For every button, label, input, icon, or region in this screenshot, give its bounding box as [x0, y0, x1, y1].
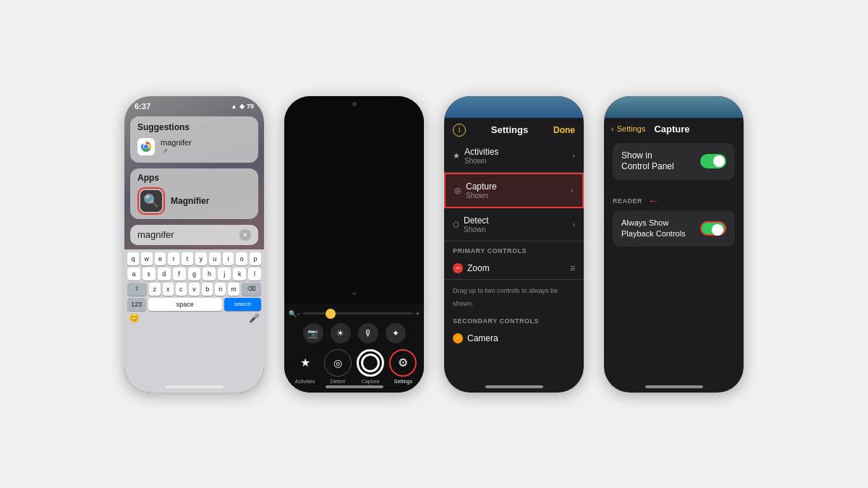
kb-shift[interactable]: ⇧ [127, 283, 147, 296]
controls-row: 📷 ☀ 🎙 ✦ [289, 323, 420, 343]
capture-subtitle: Shown [466, 192, 497, 200]
kb-y[interactable]: y [195, 252, 207, 265]
kb-bottom-row: 😊 🎤 [127, 313, 261, 328]
settings-tab-icon: ⚙ [389, 349, 417, 377]
detect-row[interactable]: ⬡ Detect Shown › [444, 208, 584, 241]
primary-controls-header: PRIMARY CONTROLS [444, 241, 584, 257]
search-input-display[interactable]: magnifer ✕ [130, 225, 258, 245]
tab-settings[interactable]: ⚙ Settings [389, 349, 417, 384]
kb-i[interactable]: i [223, 252, 234, 265]
capture-row[interactable]: ◎ Capture Shown › [444, 173, 584, 208]
kb-f[interactable]: f [173, 267, 186, 281]
camera-preview-top [444, 96, 584, 118]
kb-space[interactable]: space [148, 298, 222, 311]
kb-search[interactable]: search [224, 298, 261, 311]
drag-hint: Drag up to two controls to always be sho… [444, 280, 584, 312]
phone3-frame: i Settings Done ★ Activities Shown › [444, 96, 584, 393]
tab-detect[interactable]: ◎ Detect [324, 349, 352, 384]
zoom-label: Zoom [467, 263, 490, 273]
kb-q[interactable]: q [127, 252, 139, 265]
capture-tab-label: Capture [362, 379, 380, 384]
kb-row-1: q w e r t y u i o p [127, 252, 261, 265]
show-in-cp-toggle[interactable] [700, 154, 726, 168]
kb-c[interactable]: c [176, 283, 187, 296]
primary-zoom-row: − Zoom ≡ [444, 257, 584, 280]
kb-t[interactable]: t [182, 252, 193, 265]
detect-title: Detect [464, 215, 489, 226]
status-time-1: 6:37 [135, 102, 150, 111]
always-show-row: Always ShowPlayback Controls [613, 210, 735, 247]
capture-preview-top [604, 96, 744, 118]
zoom-out-icon[interactable]: 🔍− [289, 310, 300, 317]
activities-subtitle: Shown [464, 157, 498, 165]
kb-emoji-icon[interactable]: 😊 [129, 313, 140, 323]
kb-p[interactable]: p [250, 252, 261, 265]
kb-n[interactable]: n [215, 283, 226, 296]
keyboard-area: q w e r t y u i o p a s d f g h [124, 249, 264, 393]
show-in-cp-text: Show inControl Panel [621, 150, 674, 173]
kb-g[interactable]: g [188, 267, 201, 281]
magnifier-highlight-border: 🔍 [137, 187, 165, 215]
capture-tab-icon [357, 349, 384, 377]
activities-title: Activities [464, 147, 498, 157]
kb-v[interactable]: v [189, 283, 200, 296]
kb-u[interactable]: u [209, 252, 221, 265]
info-icon[interactable]: i [453, 124, 466, 137]
zoom-thumb[interactable] [326, 309, 336, 319]
kb-mic-icon[interactable]: 🎤 [249, 313, 260, 323]
phone4-frame: ‹ Settings Capture Show inControl Panel … [604, 96, 744, 393]
wifi-icon: ▲ [231, 103, 237, 110]
kb-s[interactable]: s [142, 267, 156, 281]
extra-btn[interactable]: ✦ [386, 323, 406, 343]
phone3-screen: i Settings Done ★ Activities Shown › [444, 96, 584, 393]
phone2-screen: ⌄ 🔍− + 📷 ☀ 🎙 ✦ ★ [284, 96, 424, 393]
search-bar-area: magnifer ✕ [130, 225, 258, 245]
reader-label-text: READER [613, 197, 642, 205]
screenshots-container: 6:37 ▲ ◆ 79 Suggestions [124, 96, 744, 393]
zoom-track[interactable] [303, 312, 412, 314]
zoom-in-icon[interactable]: + [416, 310, 420, 317]
kb-e[interactable]: e [155, 252, 166, 265]
magnifier-item[interactable]: 🔍 Magnifier [137, 187, 251, 215]
chrome-suggestion[interactable]: magnifer ↗ [137, 137, 251, 157]
chrome-label: magnifer [161, 138, 192, 147]
drag-handle-icon[interactable]: ≡ [570, 263, 575, 273]
settings-nav-title: Settings [491, 124, 528, 135]
back-settings-label[interactable]: Settings [617, 124, 646, 133]
brightness-btn[interactable]: ☀ [331, 323, 351, 343]
orange-minus-icon[interactable]: − [453, 333, 463, 343]
bottom-tabs: ★ Activities ◎ Detect Capture ⚙ [289, 349, 420, 384]
activities-row[interactable]: ★ Activities Shown › [444, 140, 584, 173]
mic-btn[interactable]: 🎙 [358, 323, 378, 343]
kb-delete[interactable]: ⌫ [242, 283, 261, 296]
activities-tab-icon: ★ [292, 349, 319, 377]
done-button[interactable]: Done [553, 125, 575, 135]
kb-j[interactable]: j [218, 267, 231, 281]
minus-icon[interactable]: − [453, 263, 463, 273]
kb-x[interactable]: x [163, 283, 174, 296]
kb-m[interactable]: m [228, 283, 239, 296]
camera-btn[interactable]: 📷 [303, 323, 323, 343]
kb-l[interactable]: l [248, 267, 261, 281]
kb-r[interactable]: r [168, 252, 179, 265]
status-icons-1: ▲ ◆ 79 [231, 103, 254, 110]
primary-zoom-left: − Zoom [453, 263, 490, 273]
kb-z[interactable]: z [149, 283, 160, 296]
chrome-arrow: ↗ [162, 147, 192, 155]
kb-h[interactable]: h [203, 267, 216, 281]
kb-o[interactable]: o [236, 252, 247, 265]
phone1-screen: 6:37 ▲ ◆ 79 Suggestions [124, 96, 264, 393]
kb-d[interactable]: d [158, 267, 171, 281]
svg-point-1 [144, 145, 148, 149]
signal-icon: ◆ [239, 103, 244, 110]
activities-star-icon: ★ [453, 151, 460, 160]
search-clear-button[interactable]: ✕ [239, 229, 251, 241]
tab-capture[interactable]: Capture [357, 349, 384, 384]
kb-num[interactable]: 123 [127, 298, 146, 311]
kb-a[interactable]: a [127, 267, 140, 281]
always-show-toggle[interactable] [700, 221, 726, 236]
kb-w[interactable]: w [141, 252, 153, 265]
kb-k[interactable]: k [233, 267, 246, 281]
kb-b[interactable]: b [202, 283, 213, 296]
tab-activities[interactable]: ★ Activities [292, 349, 319, 384]
